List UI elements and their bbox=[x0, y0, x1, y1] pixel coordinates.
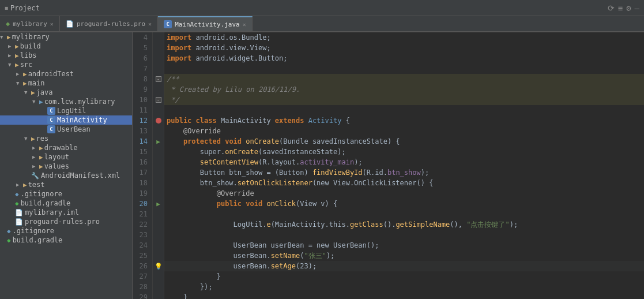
tab-mylibrary[interactable]: ◆ mylibrary ✕ bbox=[0, 16, 60, 31]
sidebar-item-gitignore2[interactable]: ◆ .gitignore bbox=[0, 226, 132, 236]
sidebar-item-src[interactable]: ▼ ▶ src bbox=[0, 60, 132, 69]
minimize-icon[interactable]: — bbox=[635, 3, 639, 13]
code-line-7[interactable] bbox=[164, 63, 644, 74]
code-line-24[interactable]: UserBean userBean = new UserBean(); bbox=[164, 240, 644, 251]
breakpoint-icon[interactable] bbox=[156, 118, 161, 124]
token-method: onClick bbox=[266, 199, 296, 209]
code-line-20[interactable]: public void onClick(View v) { bbox=[164, 199, 644, 209]
collapse-arrow[interactable]: ▼ bbox=[32, 99, 39, 104]
run-icon[interactable]: ▶ bbox=[156, 200, 160, 208]
code-line-11[interactable] bbox=[164, 105, 644, 115]
code-line-21[interactable] bbox=[164, 209, 644, 219]
token-plain: (savedInstanceState); bbox=[258, 147, 346, 157]
sidebar-item-res[interactable]: ▼ ▶ res bbox=[0, 134, 132, 143]
token-ann: @Override bbox=[183, 126, 221, 136]
code-line-12[interactable]: public class MainActivity extends Activi… bbox=[164, 115, 644, 126]
collapse-arrow[interactable]: ▼ bbox=[24, 136, 31, 141]
code-line-27[interactable]: } bbox=[164, 271, 644, 282]
sidebar-item-androidTest[interactable]: ▶ ▶ androidTest bbox=[0, 69, 132, 79]
fold-icon[interactable]: - bbox=[156, 97, 161, 103]
bulb-icon[interactable]: 💡 bbox=[155, 263, 163, 270]
sidebar-item-build_gradle2[interactable]: ◆ build.gradle bbox=[0, 236, 132, 245]
code-line-19[interactable]: @Override bbox=[164, 188, 644, 199]
token-plain: android.widget.Button; bbox=[196, 53, 288, 63]
code-line-16[interactable]: setContentView(R.layout.activity_main); bbox=[164, 157, 644, 167]
sidebar-item-build_gradle[interactable]: ◆ build.gradle bbox=[0, 199, 132, 208]
code-line-13[interactable]: @Override bbox=[164, 126, 644, 136]
sidebar-item-build[interactable]: ▶ ▶ build bbox=[0, 42, 132, 51]
tab-proguard-close[interactable]: ✕ bbox=[148, 21, 152, 27]
sidebar-item-label: .gitignore bbox=[21, 190, 62, 198]
gutter-cell-21 bbox=[153, 209, 164, 219]
code-line-8[interactable]: /** bbox=[164, 74, 644, 84]
line-numbers: 4567891011121314151617181920212223242526… bbox=[133, 32, 153, 299]
code-line-28[interactable]: }); bbox=[164, 282, 644, 292]
code-line-29[interactable]: } bbox=[164, 292, 644, 299]
sidebar-item-drawable[interactable]: ▶ ▶ drawable bbox=[0, 143, 132, 152]
collapse-arrow[interactable]: ▼ bbox=[24, 89, 31, 95]
expand-arrow[interactable]: ▶ bbox=[32, 163, 39, 169]
tab-mainactivity-close[interactable]: ✕ bbox=[243, 21, 246, 28]
code-line-26[interactable]: userBean.setAge(23); bbox=[164, 261, 644, 271]
gutter-cell-11 bbox=[153, 105, 164, 115]
code-line-14[interactable]: protected void onCreate(Bundle savedInst… bbox=[164, 136, 644, 147]
code-line-18[interactable]: btn_show.setOnClickListener(new View.OnC… bbox=[164, 178, 644, 188]
sidebar-item-layout[interactable]: ▶ ▶ layout bbox=[0, 152, 132, 162]
sidebar-item-MainActivity[interactable]: C MainActivity bbox=[0, 115, 132, 125]
token-kw: import bbox=[167, 53, 196, 63]
code-lines[interactable]: import android.os.Bundle;import android.… bbox=[164, 32, 644, 299]
gutter-cell-9 bbox=[153, 84, 164, 95]
sidebar-item-mylibrary_iml[interactable]: 📄 mylibrary.iml bbox=[0, 208, 132, 217]
code-line-23[interactable] bbox=[164, 230, 644, 240]
code-line-6[interactable]: import android.widget.Button; bbox=[164, 53, 644, 63]
token-plain: (new View.OnClickListener() { bbox=[312, 178, 434, 188]
sidebar-item-proguard_rules[interactable]: 📄 proguard-rules.pro bbox=[0, 217, 132, 226]
sidebar-item-java[interactable]: ▼ ▶ java bbox=[0, 88, 132, 97]
collapse-arrow[interactable]: ▼ bbox=[8, 62, 15, 68]
sidebar-item-label: res bbox=[36, 134, 49, 143]
token-kw: void bbox=[225, 136, 246, 147]
token-plain bbox=[167, 126, 183, 136]
expand-arrow[interactable]: ▶ bbox=[16, 182, 23, 188]
collapse-arrow[interactable]: ▼ bbox=[16, 80, 23, 86]
code-line-9[interactable]: * Created by Lilu on 2016/11/9. bbox=[164, 84, 644, 95]
code-line-22[interactable]: LogUtil.e(MainActivity.this.getClass().g… bbox=[164, 219, 644, 230]
code-line-25[interactable]: userBean.setName("张三"); bbox=[164, 251, 644, 261]
tab-proguard[interactable]: 📄 proguard-rules.pro ✕ bbox=[60, 16, 158, 31]
sidebar-item-AndroidManifest[interactable]: 🔧 AndroidManifest.xml bbox=[0, 171, 132, 180]
code-line-15[interactable]: super.onCreate(savedInstanceState); bbox=[164, 147, 644, 157]
code-line-4[interactable]: import android.os.Bundle; bbox=[164, 32, 644, 43]
expand-arrow[interactable]: ▶ bbox=[16, 71, 23, 77]
line-number-18: 18 bbox=[137, 178, 148, 188]
run-icon[interactable]: ▶ bbox=[156, 138, 160, 145]
fold-icon[interactable]: - bbox=[156, 76, 161, 82]
token-kw: import bbox=[167, 43, 196, 53]
sidebar-item-LogUtil[interactable]: C LogUtil bbox=[0, 106, 132, 115]
sidebar-item-gitignore1[interactable]: ◆ .gitignore bbox=[0, 189, 132, 199]
code-line-5[interactable]: import android.view.View; bbox=[164, 43, 644, 53]
sidebar-item-UserBean[interactable]: C UserBean bbox=[0, 125, 132, 134]
sidebar-item-main[interactable]: ▼ ▶ main bbox=[0, 79, 132, 88]
expand-arrow[interactable]: ▶ bbox=[32, 145, 39, 151]
token-kw: extends bbox=[275, 115, 308, 126]
token-kw: import bbox=[167, 32, 196, 43]
sidebar-item-test[interactable]: ▶ ▶ test bbox=[0, 180, 132, 189]
code-line-10[interactable]: */ bbox=[164, 95, 644, 105]
tab-mylibrary-close[interactable]: ✕ bbox=[50, 21, 54, 27]
sidebar-item-com.lcw.mylibrary[interactable]: ▼ ▶ com.lcw.mylibrary bbox=[0, 97, 132, 106]
sync-icon[interactable]: ⟳ bbox=[608, 3, 615, 13]
expand-arrow[interactable]: ▶ bbox=[32, 154, 39, 160]
token-field: btn_show bbox=[387, 167, 421, 178]
code-line-17[interactable]: Button btn_show = (Button) findViewById(… bbox=[164, 167, 644, 178]
expand-arrow[interactable]: ▶ bbox=[8, 43, 15, 49]
sidebar-item-libs[interactable]: ▶ ▶ libs bbox=[0, 51, 132, 60]
tab-mainactivity[interactable]: C MainActivity.java ✕ bbox=[158, 16, 253, 31]
sort-icon[interactable]: ≡ bbox=[618, 3, 623, 13]
collapse-arrow[interactable]: ▼ bbox=[0, 34, 7, 40]
settings-icon[interactable]: ⚙ bbox=[626, 3, 631, 13]
code-editor[interactable]: 4567891011121314151617181920212223242526… bbox=[133, 32, 644, 299]
line-number-5: 5 bbox=[137, 43, 148, 53]
sidebar-item-values[interactable]: ▶ ▶ values bbox=[0, 162, 132, 171]
sidebar-item-mylibrary[interactable]: ▼ ▶ mylibrary bbox=[0, 32, 132, 42]
expand-arrow[interactable]: ▶ bbox=[8, 53, 15, 58]
